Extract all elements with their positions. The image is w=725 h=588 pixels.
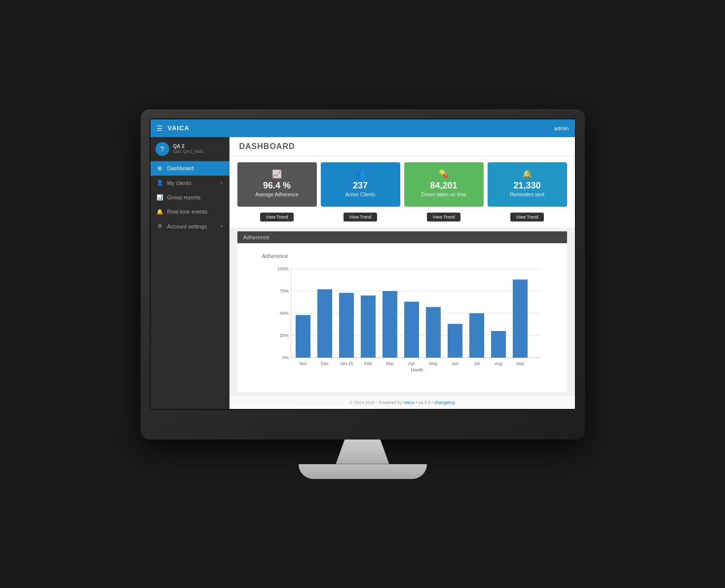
clients-label: Active Clients [345, 192, 376, 197]
x-label-mar: Mar [386, 361, 394, 366]
y-label-50: 50% [279, 311, 288, 316]
sidebar-item-my-clients[interactable]: 👤 My clients + [151, 176, 229, 190]
sidebar-item-dashboard[interactable]: ⊞ Dashboard [151, 161, 229, 176]
x-label-aug: Aug [494, 361, 502, 366]
sidebar-item-label-reports: Group reports [167, 194, 201, 200]
reminders-label: Reminders sent [510, 192, 544, 197]
settings-icon: ⚙ [156, 223, 163, 229]
top-nav-left: ☰ VAICA [156, 124, 190, 132]
monitor-wrapper: ☰ VAICA admin ? QA 2 [141, 110, 585, 479]
clients-icon: 👥 [355, 169, 365, 179]
stat-card-clients: 👥 237 Active Clients [321, 162, 400, 207]
bar-apr [404, 301, 419, 357]
chart-svg: 100% 75% 50% 25% 0% [267, 264, 557, 372]
user-cid: CID: QA2_SM2 [173, 149, 204, 154]
y-label-100: 100% [277, 266, 288, 271]
x-label-feb: Feb [364, 361, 372, 366]
group-reports-icon: 📊 [156, 194, 163, 201]
bar-nov [296, 315, 310, 357]
view-trend-btn-reminders[interactable]: View Trend [510, 213, 544, 221]
brand-label: VAICA [168, 124, 190, 132]
x-label-apr: Apr [408, 361, 415, 366]
sidebar-item-group-reports[interactable]: 📊 Group reports [151, 190, 229, 205]
chart-section-label: Adherence [243, 234, 269, 240]
adherence-icon: 📈 [272, 169, 282, 179]
page-header: DASHBOARD [229, 137, 575, 156]
screen: ☰ VAICA admin ? QA 2 [150, 118, 576, 410]
footer-changelog-link[interactable]: changelog [434, 400, 455, 405]
bar-mar [382, 291, 397, 358]
main-layout: ? QA 2 CID: QA2_SM2 ⊞ Dashbo [151, 137, 575, 409]
sidebar-item-label-events: Real time events [167, 209, 208, 215]
doses-icon: 💊 [439, 169, 449, 179]
sidebar-user: ? QA 2 CID: QA2_SM2 [151, 137, 229, 161]
sidebar: ? QA 2 CID: QA2_SM2 ⊞ Dashbo [151, 137, 229, 409]
sidebar-item-label-clients: My clients [167, 180, 191, 186]
bar-jul [469, 313, 484, 358]
x-label-jun: Jun [451, 361, 458, 366]
chart-title: Adherence [262, 253, 557, 259]
bar-jan [339, 293, 354, 357]
content-area: DASHBOARD 📈 96.4 % Average Adherence 👥 [229, 137, 575, 409]
sidebar-item-left: ⚙ Account settings [156, 223, 207, 229]
footer-version: • v4.3.9 / [416, 400, 434, 405]
stat-card-reminders: 🔔 21,330 Reminders sent [488, 162, 567, 207]
chart-container: Adherence [237, 243, 567, 392]
clients-value: 237 [353, 181, 368, 191]
top-nav: ☰ VAICA admin [151, 119, 575, 137]
monitor-stand-base [299, 464, 427, 479]
bar-feb [361, 295, 376, 358]
page-title: DASHBOARD [239, 142, 295, 150]
hamburger-icon[interactable]: ☰ [156, 124, 163, 132]
x-label-may: May [429, 361, 438, 366]
sidebar-item-left: 👤 My clients [156, 180, 191, 186]
dashboard-icon: ⊞ [156, 165, 163, 172]
x-label-nov: Nov [299, 361, 307, 366]
footer-vaica-link[interactable]: Vaica [404, 400, 415, 405]
y-label-25: 25% [279, 333, 288, 338]
y-label-0: 0% [282, 355, 288, 360]
view-trend-btn-adherence[interactable]: View Trend [260, 213, 294, 221]
view-trend-btn-doses[interactable]: View Trend [427, 213, 461, 221]
avatar: ? [155, 142, 169, 156]
avatar-icon: ? [160, 145, 164, 153]
bar-may [426, 307, 441, 358]
btn-cell-doses: View Trend [404, 213, 484, 221]
bar-jun [448, 324, 462, 357]
nav-user-role: admin [554, 125, 569, 131]
x-label-dec: Dec [320, 361, 329, 366]
adherence-value: 96.4 % [263, 181, 291, 191]
user-info: QA 2 CID: QA2_SM2 [173, 144, 204, 154]
view-trend-btn-clients[interactable]: View Trend [343, 213, 378, 221]
x-label-jul: Jul [474, 361, 480, 366]
sidebar-item-left: 🔔 Real time events [156, 209, 208, 215]
bar-aug [491, 331, 506, 358]
stat-card-doses: 💊 84,201 Doses taken on time [404, 162, 484, 207]
user-name: QA 2 [173, 144, 204, 149]
sidebar-item-account-settings[interactable]: ⚙ Account settings + [151, 219, 229, 234]
my-clients-icon: 👤 [156, 180, 163, 186]
reminders-value: 21,330 [513, 181, 540, 191]
real-time-icon: 🔔 [156, 209, 163, 215]
sidebar-item-left: 📊 Group reports [156, 194, 201, 201]
bar-sep [513, 279, 528, 357]
x-axis-title: Month [411, 368, 423, 372]
btn-cell-reminders: View Trend [488, 213, 567, 221]
app: ☰ VAICA admin ? QA 2 [151, 119, 575, 409]
doses-label: Doses taken on time [421, 192, 466, 197]
plus-icon[interactable]: + [220, 180, 223, 186]
bar-dec [317, 289, 332, 358]
sidebar-item-label-settings: Account settings [167, 223, 207, 229]
monitor-bezel: ☰ VAICA admin ? QA 2 [141, 110, 585, 440]
doses-value: 84,201 [430, 181, 457, 191]
plus-icon-settings[interactable]: + [220, 223, 223, 230]
btn-cell-clients: View Trend [321, 213, 400, 221]
sidebar-item-label-dashboard: Dashboard [167, 165, 194, 171]
stat-btn-row: View Trend View Trend View Trend View Tr… [229, 213, 575, 227]
sidebar-item-real-time-events[interactable]: 🔔 Real time events [151, 205, 229, 219]
reminders-icon: 🔔 [522, 169, 532, 179]
y-label-75: 75% [279, 289, 288, 294]
chart-section: Adherence Adherence [237, 231, 567, 392]
chart-area: 100% 75% 50% 25% 0% [267, 264, 557, 372]
adherence-label: Average Adherence [255, 192, 299, 197]
